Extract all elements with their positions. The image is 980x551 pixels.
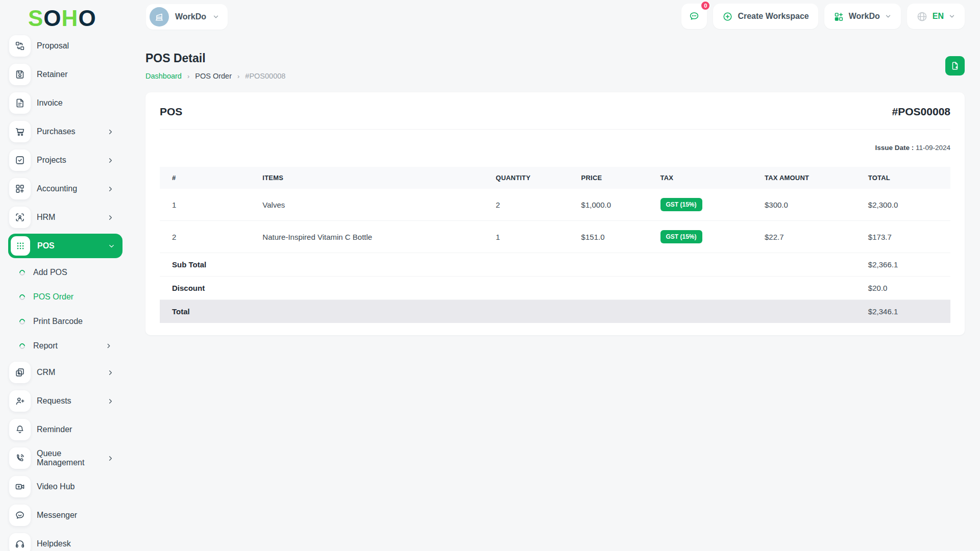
cell-item: Valves bbox=[262, 189, 496, 221]
sidebar-item-proposal[interactable]: Proposal bbox=[0, 32, 122, 60]
sidebar-item-label: Video Hub bbox=[37, 482, 115, 491]
bell-icon bbox=[9, 419, 31, 440]
sidebar-item-label: Queue Management bbox=[37, 449, 101, 467]
workspace-selector[interactable]: WorkDo bbox=[146, 4, 228, 30]
export-pos-button[interactable] bbox=[945, 56, 965, 76]
workspace-name: WorkDo bbox=[175, 12, 206, 21]
language-selector[interactable]: EN bbox=[907, 4, 965, 29]
sidebar-item-helpdesk[interactable]: Helpdesk bbox=[0, 530, 122, 551]
phone-call-icon bbox=[9, 447, 31, 469]
sidebar-item-label: Accounting bbox=[37, 184, 101, 193]
workdo-menu-button[interactable]: WorkDo bbox=[824, 4, 901, 29]
issue-date: Issue Date : 11-09-2024 bbox=[160, 144, 950, 152]
sidebar-item-crm[interactable]: CRM bbox=[0, 358, 122, 387]
sidebar-subitem-report[interactable]: Report bbox=[0, 334, 122, 358]
chevron-down-icon bbox=[948, 13, 955, 20]
shopping-cart-icon bbox=[9, 121, 31, 142]
sidebar-item-projects[interactable]: Projects bbox=[0, 146, 122, 174]
sidebar-item-queue-management[interactable]: Queue Management bbox=[0, 444, 122, 472]
sidebar-item-messenger[interactable]: Messenger bbox=[0, 501, 122, 530]
sidebar-item-requests[interactable]: Requests bbox=[0, 387, 122, 415]
breadcrumb-pos-order-link[interactable]: POS Order bbox=[195, 72, 232, 80]
total-row: Total $2,346.1 bbox=[160, 300, 950, 323]
sidebar-item-label: Invoice bbox=[37, 98, 115, 108]
sidebar-item-accounting[interactable]: Accounting bbox=[0, 174, 122, 203]
col-header-tax: TAX bbox=[660, 167, 765, 189]
sidebar-subitem-label: Report bbox=[33, 341, 97, 350]
sidebar-subitem-label: POS Order bbox=[33, 292, 112, 302]
chevron-right-icon bbox=[107, 369, 114, 377]
pos-items-table: # ITEMS QUANTITY PRICE TAX TAX AMOUNT TO… bbox=[160, 167, 950, 323]
create-workspace-button[interactable]: Create Workspace bbox=[713, 4, 818, 29]
plus-circle-icon bbox=[722, 11, 733, 22]
pos-number: #POS00008 bbox=[892, 106, 950, 118]
breadcrumb: Dashboard › POS Order › #POS00008 bbox=[145, 72, 965, 80]
cell-total: $173.7 bbox=[868, 221, 950, 253]
subtotal-value: $2,366.1 bbox=[868, 253, 950, 277]
workspace-avatar bbox=[150, 7, 169, 27]
cell-index: 1 bbox=[160, 189, 262, 221]
sidebar: Proposal Retainer Invoice Purchases Proj… bbox=[0, 32, 122, 551]
sidebar-item-label: HRM bbox=[37, 213, 101, 222]
app-logo[interactable]: SOHO bbox=[28, 6, 96, 31]
sidebar-item-reminder[interactable]: Reminder bbox=[0, 415, 122, 444]
language-code: EN bbox=[933, 12, 944, 21]
chevron-down-icon bbox=[108, 242, 115, 250]
cell-tax-amount: $22.7 bbox=[765, 221, 868, 253]
cell-quantity: 2 bbox=[496, 189, 581, 221]
sidebar-item-label: POS bbox=[37, 241, 101, 251]
sidebar-subitem-add-pos[interactable]: Add POS bbox=[0, 260, 122, 285]
sidebar-item-hrm[interactable]: HRM bbox=[0, 203, 122, 232]
col-header-tax-amount: TAX AMOUNT bbox=[765, 167, 868, 189]
sidebar-item-label: Requests bbox=[37, 396, 101, 406]
discount-value: $20.0 bbox=[868, 277, 950, 300]
issue-date-value: 11-09-2024 bbox=[916, 144, 950, 152]
tax-badge: GST (15%) bbox=[660, 230, 702, 243]
sidebar-item-label: CRM bbox=[37, 368, 101, 377]
cell-index: 2 bbox=[160, 221, 262, 253]
grid-plus-icon bbox=[834, 11, 844, 22]
tax-badge: GST (15%) bbox=[660, 198, 702, 211]
sidebar-item-video-hub[interactable]: Video Hub bbox=[0, 472, 122, 501]
sidebar-item-pos[interactable]: POS bbox=[8, 234, 122, 258]
sidebar-item-retainer[interactable]: Retainer bbox=[0, 60, 122, 89]
headphones-icon bbox=[9, 533, 31, 551]
logo-letter: O bbox=[43, 6, 61, 31]
task-check-icon bbox=[9, 149, 31, 171]
subtotal-row: Sub Total $2,366.1 bbox=[160, 253, 950, 277]
video-camera-icon bbox=[9, 476, 31, 497]
chevron-down-icon bbox=[212, 13, 219, 20]
sidebar-subitem-print-barcode[interactable]: Print Barcode bbox=[0, 309, 122, 334]
messages-button[interactable]: 0 bbox=[681, 4, 707, 29]
bullet-icon bbox=[18, 317, 26, 325]
discount-row: Discount $20.0 bbox=[160, 277, 950, 300]
create-workspace-label: Create Workspace bbox=[738, 12, 808, 21]
user-plus-icon bbox=[9, 390, 31, 412]
message-count-badge: 0 bbox=[700, 1, 710, 11]
file-plus-icon bbox=[950, 61, 960, 71]
breadcrumb-dashboard-link[interactable]: Dashboard bbox=[145, 72, 182, 80]
table-row: 1 Valves 2 $1,000.0 GST (15%) $300.0 $2,… bbox=[160, 189, 950, 221]
sidebar-subitem-label: Add POS bbox=[33, 268, 112, 277]
total-value: $2,346.1 bbox=[868, 300, 950, 323]
sidebar-item-purchases[interactable]: Purchases bbox=[0, 117, 122, 146]
chevron-right-icon bbox=[107, 128, 114, 136]
page-header: POS Detail Dashboard › POS Order › #POS0… bbox=[145, 52, 965, 80]
cards-plus-icon bbox=[9, 362, 31, 383]
chevron-down-icon bbox=[885, 13, 892, 20]
discount-label: Discount bbox=[160, 277, 868, 300]
card-title: POS bbox=[160, 106, 182, 118]
proposal-icon bbox=[9, 35, 31, 57]
workdo-menu-label: WorkDo bbox=[849, 12, 880, 21]
topbar-actions: 0 Create Workspace WorkDo EN bbox=[681, 4, 965, 29]
cell-price: $1,000.0 bbox=[581, 189, 660, 221]
sidebar-subitem-pos-order[interactable]: POS Order bbox=[0, 285, 122, 309]
sidebar-item-label: Helpdesk bbox=[37, 539, 115, 548]
table-header-row: # ITEMS QUANTITY PRICE TAX TAX AMOUNT TO… bbox=[160, 167, 950, 189]
sidebar-item-label: Projects bbox=[37, 156, 101, 165]
grid-plus-icon bbox=[9, 178, 31, 199]
table-row: 2 Nature-Inspired Vitamin C Bottle 1 $15… bbox=[160, 221, 950, 253]
chat-bubble-icon bbox=[9, 505, 31, 526]
sidebar-item-invoice[interactable]: Invoice bbox=[0, 89, 122, 117]
col-header-total: TOTAL bbox=[868, 167, 950, 189]
